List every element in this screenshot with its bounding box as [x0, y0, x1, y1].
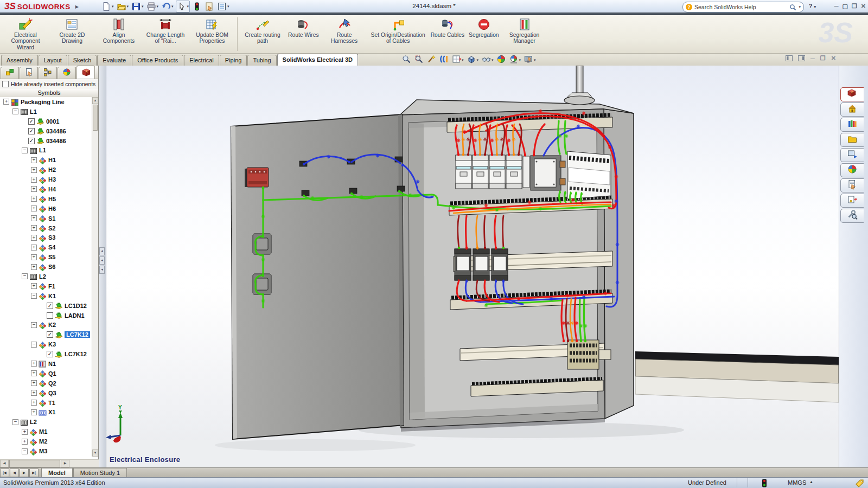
ribbon-button-set-origin-destination[interactable]: Set Origin/Destination of Cables — [368, 16, 429, 44]
graphics-area[interactable]: Z Y Electrical Enclosure — [106, 66, 839, 467]
tree-item-034486[interactable]: ✓034486 — [0, 126, 93, 136]
edit-appearance-button[interactable] — [496, 54, 506, 66]
tree-vertical-scrollbar[interactable]: ▲ ▼ — [92, 97, 98, 457]
expand-icon[interactable]: + — [31, 157, 37, 163]
expand-icon[interactable]: + — [31, 215, 37, 221]
ribbon-button-route-harnesses[interactable]: Route Harnesses — [321, 16, 368, 44]
tree-item-s1[interactable]: +S1 — [0, 214, 93, 223]
manager-tab-property-manager[interactable] — [20, 67, 38, 79]
tree-item-t1[interactable]: +T1 — [0, 398, 93, 408]
expand-icon[interactable]: + — [31, 370, 37, 376]
tree-item-label[interactable]: L1 — [39, 147, 46, 153]
hscroll-thumb[interactable] — [9, 460, 60, 467]
view-orientation-button[interactable]: ▾ — [451, 54, 464, 66]
display-style-button[interactable]: ▾ — [467, 54, 479, 66]
command-tab-piping[interactable]: Piping — [220, 55, 247, 66]
visibility-checkbox[interactable] — [47, 312, 53, 319]
first-tab-icon[interactable]: |◀ — [0, 468, 9, 477]
expand-icon[interactable]: + — [31, 254, 37, 260]
tree-item-m1[interactable]: +M1 — [0, 427, 93, 436]
tree-item-n1[interactable]: +N1 — [0, 359, 93, 369]
tree-item-f1[interactable]: +F1 — [0, 281, 93, 291]
save-caret-icon[interactable]: ▾ — [142, 4, 144, 9]
ribbon-button-create-routing-path[interactable]: Create routing path — [239, 16, 286, 44]
units-caret-icon[interactable]: ▲ — [809, 480, 813, 484]
visibility-checkbox[interactable]: ✓ — [47, 351, 53, 357]
ribbon-button-segregation[interactable]: Segregation — [467, 16, 501, 38]
ribbon-button-electrical-component-wizard[interactable]: Electrical Component Wizard — [2, 16, 49, 50]
collapse-icon[interactable]: − — [22, 273, 28, 279]
tree-item-s3[interactable]: +S3 — [0, 233, 93, 242]
tree-item-label[interactable]: H5 — [48, 196, 56, 202]
tree-item-x1[interactable]: +X1 — [0, 408, 93, 418]
tree-item-label[interactable]: L2 — [30, 419, 37, 425]
visibility-checkbox[interactable]: ✓ — [28, 118, 35, 125]
door-safety-relay[interactable] — [245, 168, 269, 187]
tree-item-q1[interactable]: +Q1 — [0, 369, 93, 378]
scroll-thumb[interactable] — [93, 105, 98, 131]
tree-item-label[interactable]: S4 — [48, 244, 55, 251]
tree-item-packaging-line[interactable]: +Packaging Line — [0, 97, 93, 107]
conveyor-rail[interactable] — [635, 351, 839, 402]
tree-item-label[interactable]: S5 — [48, 254, 55, 260]
command-tab-electrical[interactable]: Electrical — [184, 55, 219, 66]
tree-item-s6[interactable]: +S6 — [0, 262, 93, 272]
tree-item-k3[interactable]: −K3 — [0, 339, 93, 349]
task-pane-tab-electrical-symbols[interactable] — [840, 194, 864, 208]
expand-icon[interactable]: + — [31, 245, 37, 251]
expand-icon[interactable]: + — [31, 225, 37, 231]
visibility-checkbox[interactable]: ✓ — [28, 138, 35, 144]
tree-item-label[interactable]: H2 — [48, 166, 56, 173]
circuit-breakers[interactable] — [456, 155, 529, 189]
command-tab-sketch[interactable]: Sketch — [68, 55, 97, 66]
stoplight-status-icon[interactable] — [762, 479, 767, 488]
minimize-button[interactable]: ─ — [834, 2, 839, 10]
tree-item-lc1d12[interactable]: ✓LC1D12 — [0, 301, 93, 311]
expand-icon[interactable]: + — [31, 264, 37, 270]
restore-button[interactable]: ▢ — [843, 2, 848, 10]
collapse-icon[interactable]: − — [12, 108, 18, 114]
tree-item-label[interactable]: LC7K12 — [65, 351, 87, 357]
stoplight-button[interactable] — [192, 1, 202, 12]
tab-model[interactable]: Model — [41, 468, 73, 477]
tree-item-label[interactable]: S6 — [48, 264, 55, 270]
tree-item-label[interactable]: Q1 — [48, 370, 56, 377]
tree-item-h3[interactable]: +H3 — [0, 175, 93, 184]
document-close-button[interactable]: ✕ — [831, 55, 836, 62]
expand-icon[interactable]: + — [31, 409, 37, 415]
hide-inserted-checkbox[interactable] — [2, 81, 9, 87]
ribbon-button-align-components[interactable]: Align Components — [95, 16, 142, 44]
search-input[interactable]: Search SolidWorks Help — [694, 4, 787, 10]
enclosure-3d-scene[interactable]: Z Y — [106, 66, 839, 467]
tree-item-label[interactable]: K3 — [48, 341, 56, 348]
tree-item-l1[interactable]: −L1 — [0, 107, 93, 117]
tree-item-h5[interactable]: +H5 — [0, 194, 93, 204]
undo-button[interactable]: ▾ — [161, 1, 174, 12]
command-tab-evaluate[interactable]: Evaluate — [97, 55, 131, 66]
tree-item-label[interactable]: K1 — [48, 293, 56, 299]
scroll-down-icon[interactable]: ▼ — [92, 450, 98, 457]
expand-icon[interactable]: + — [31, 167, 37, 173]
tree-item-label[interactable]: 034486 — [46, 138, 66, 144]
tree-item-m2[interactable]: +M2 — [0, 436, 93, 446]
tree-item-label[interactable]: LC7K12 — [65, 331, 90, 338]
file-properties-button[interactable] — [204, 1, 215, 12]
tree-item-lc7k12[interactable]: ✓LC7K12 — [0, 330, 93, 339]
tree-item-label[interactable]: H3 — [48, 176, 56, 183]
new-document-button[interactable]: ▾ — [101, 1, 114, 12]
search-scope-caret-icon[interactable]: ▾ — [799, 5, 801, 9]
expand-icon[interactable]: + — [31, 380, 37, 386]
view-settings-button[interactable]: ▾ — [524, 54, 536, 66]
tree-item-l1[interactable]: −L1 — [0, 145, 93, 155]
expand-icon[interactable]: + — [31, 177, 37, 183]
ribbon-button-create-2d-drawing[interactable]: Create 2D Drawing — [49, 16, 95, 44]
tree-item-label[interactable]: X1 — [48, 409, 55, 415]
tree-item-label[interactable]: S3 — [48, 234, 55, 241]
tree-item-s5[interactable]: +S5 — [0, 252, 93, 262]
hide-show-items-caret-icon[interactable]: ▾ — [492, 58, 494, 62]
view-orientation-caret-icon[interactable]: ▾ — [462, 58, 464, 62]
ribbon-button-route-cables[interactable]: Route Cables — [429, 16, 467, 38]
command-tab-layout[interactable]: Layout — [39, 55, 67, 66]
tree-item-label[interactable]: N1 — [48, 361, 56, 367]
tree-item-label[interactable]: S2 — [48, 225, 55, 232]
